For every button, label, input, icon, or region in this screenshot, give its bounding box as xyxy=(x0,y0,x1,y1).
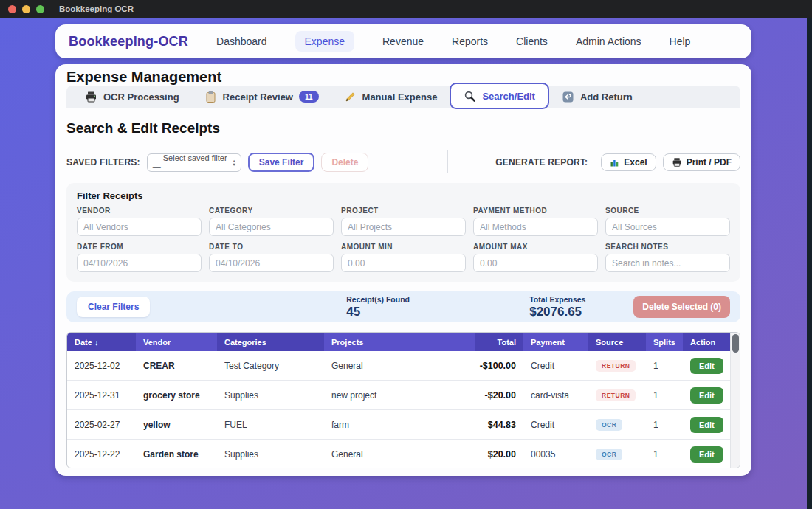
edit-button[interactable]: Edit xyxy=(690,417,723,433)
search-notes-input[interactable] xyxy=(605,254,730,272)
cell-payment: card-vista xyxy=(523,381,588,409)
tab-add-return[interactable]: Add Return xyxy=(549,86,645,108)
category-label: CATEGORY xyxy=(209,207,334,215)
nav-item-reports[interactable]: Reports xyxy=(452,35,488,47)
nav-item-dashboard[interactable]: Dashboard xyxy=(216,35,267,47)
source-input[interactable] xyxy=(605,218,730,236)
window-title: Bookkeeping OCR xyxy=(59,4,134,13)
col-header-payment[interactable]: Payment xyxy=(523,333,588,351)
cell-date: 2025-02-27 xyxy=(67,410,136,439)
col-header-vendor[interactable]: Vendor xyxy=(136,333,217,351)
receipts-found-block: Receipt(s) Found 45 xyxy=(346,295,410,319)
edit-button[interactable]: Edit xyxy=(690,358,723,374)
filter-grid: VENDOR CATEGORY PROJECT PAYMENT METHOD S… xyxy=(77,207,730,272)
excel-button-label: Excel xyxy=(624,157,647,167)
col-header-categories[interactable]: Categories xyxy=(217,333,324,351)
cell-action: Edit xyxy=(683,351,730,380)
cell-date: 2025-12-31 xyxy=(67,381,136,409)
saved-filter-select-value: — Select saved filter — xyxy=(153,153,230,171)
tab-label: Manual Expense xyxy=(362,91,438,103)
saved-filter-select[interactable]: — Select saved filter — ▴▾ xyxy=(147,153,241,172)
col-header-projects[interactable]: Projects xyxy=(324,333,475,351)
expense-management-card: Expense Management OCR Processing Receip… xyxy=(55,64,751,476)
receipts-found-label: Receipt(s) Found xyxy=(346,295,410,304)
cell-categories: Supplies xyxy=(217,381,324,409)
maximize-window-button[interactable] xyxy=(36,5,44,13)
cell-date: 2025-12-22 xyxy=(67,440,136,468)
edit-button[interactable]: Edit xyxy=(690,446,723,463)
cell-total: -$20.00 xyxy=(475,381,523,409)
date-to-input[interactable] xyxy=(209,254,334,272)
tab-receipt-review[interactable]: Receipt Review 11 xyxy=(192,86,331,108)
tab-search-edit[interactable]: Search/Edit xyxy=(450,83,549,109)
tab-label: Add Return xyxy=(580,91,633,103)
cell-vendor: Garden store xyxy=(136,440,217,468)
filter-field-project: PROJECT xyxy=(341,207,466,236)
project-label: PROJECT xyxy=(341,207,466,215)
col-header-action[interactable]: Action xyxy=(683,333,730,351)
cell-action: Edit xyxy=(683,410,730,439)
amount-min-input[interactable] xyxy=(341,254,466,272)
edit-button[interactable]: Edit xyxy=(690,387,723,404)
source-label: SOURCE xyxy=(605,207,730,215)
expense-tabbar: OCR Processing Receipt Review 11 Manual … xyxy=(66,86,740,108)
page-title: Expense Management xyxy=(66,69,221,86)
cell-splits: 1 xyxy=(646,351,683,380)
cell-vendor: CREAR xyxy=(136,351,217,380)
close-window-button[interactable] xyxy=(8,5,16,13)
save-filter-button[interactable]: Save Filter xyxy=(248,153,315,172)
source-badge: RETURN xyxy=(596,389,636,401)
payment-method-input[interactable] xyxy=(473,218,598,236)
minimize-window-button[interactable] xyxy=(22,5,30,13)
col-header-splits[interactable]: Splits xyxy=(646,333,683,351)
receipts-table: Date ↓ Vendor Categories Projects Total … xyxy=(66,332,740,468)
cell-splits: 1 xyxy=(646,381,683,409)
excel-report-button[interactable]: Excel xyxy=(601,153,656,171)
saved-filters-label: SAVED FILTERS: xyxy=(66,157,140,167)
delete-filter-button[interactable]: Delete xyxy=(321,153,368,172)
col-header-source[interactable]: Source xyxy=(588,333,646,351)
window-titlebar: Bookkeeping OCR xyxy=(0,0,812,18)
nav-item-admin-actions[interactable]: Admin Actions xyxy=(576,35,641,47)
vendor-input[interactable] xyxy=(77,218,202,236)
total-expenses-label: Total Expenses xyxy=(529,295,585,304)
col-header-total[interactable]: Total xyxy=(475,333,523,351)
date-from-input[interactable] xyxy=(77,254,202,272)
filter-field-date-from: DATE FROM xyxy=(77,243,202,272)
cell-vendor: yellow xyxy=(136,410,217,439)
tab-manual-expense[interactable]: Manual Expense xyxy=(331,86,450,108)
nav-item-help[interactable]: Help xyxy=(670,35,691,47)
cell-source: RETURN xyxy=(588,351,646,380)
printer-icon xyxy=(672,157,682,167)
amount-max-input[interactable] xyxy=(473,254,598,272)
cell-categories: Supplies xyxy=(217,440,324,468)
cell-source: OCR xyxy=(588,440,646,468)
clear-filters-button[interactable]: Clear Filters xyxy=(77,297,150,317)
source-badge: RETURN xyxy=(596,360,636,372)
project-input[interactable] xyxy=(341,218,466,236)
table-row: 2025-12-31 grocery store Supplies new pr… xyxy=(67,381,740,410)
amount-max-label: AMOUNT MAX xyxy=(473,243,598,251)
print-pdf-button[interactable]: Print / PDF xyxy=(663,153,740,171)
nav-links: Dashboard Expense Revenue Reports Client… xyxy=(216,31,690,52)
date-to-label: DATE TO xyxy=(209,243,334,251)
table-scrollbar[interactable] xyxy=(730,333,740,468)
table-row: 2025-02-27 yellow FUEL farm $44.83 Credi… xyxy=(67,410,740,440)
delete-selected-button[interactable]: Delete Selected (0) xyxy=(633,296,730,318)
toolbar-divider xyxy=(447,150,448,173)
category-input[interactable] xyxy=(209,218,334,236)
generate-report-group: GENERATE REPORT: Excel Print / PDF xyxy=(495,153,740,171)
cell-total: $44.83 xyxy=(475,410,523,439)
filter-field-payment-method: PAYMENT METHOD xyxy=(473,207,598,236)
tab-ocr-processing[interactable]: OCR Processing xyxy=(72,86,192,108)
total-expenses-value: $2076.65 xyxy=(529,305,585,319)
col-header-date[interactable]: Date ↓ xyxy=(67,333,136,351)
nav-item-revenue[interactable]: Revenue xyxy=(382,35,424,47)
nav-item-clients[interactable]: Clients xyxy=(516,35,548,47)
table-row: 2025-12-02 CREAR Test Category General -… xyxy=(67,351,740,381)
select-chevrons-icon: ▴▾ xyxy=(233,159,235,166)
nav-item-expense[interactable]: Expense xyxy=(295,31,354,52)
scrollbar-thumb[interactable] xyxy=(732,334,739,353)
cell-date: 2025-12-02 xyxy=(67,351,136,380)
app-logo[interactable]: Bookkeeping-OCR xyxy=(69,34,188,49)
